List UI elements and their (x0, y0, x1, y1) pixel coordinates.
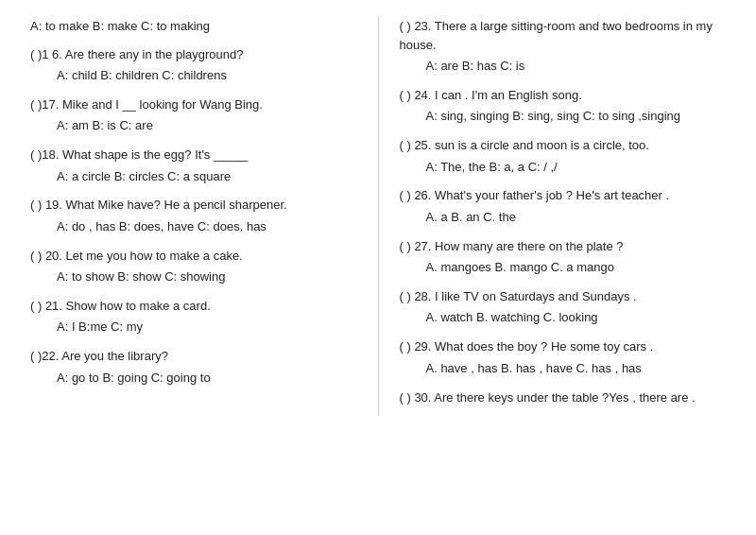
question-options-q17: A: am B: is C: are (30, 116, 357, 136)
question-text-q19: ( ) 19. What Mike have? He a pencil shar… (30, 196, 357, 215)
question-options-q26: A. a B. an C. the (400, 208, 727, 228)
question-options-q25: A: The, the B: a, a C: / ,/ (400, 158, 727, 178)
question-block-q16: ( )1 6. Are there any in the playground?… (30, 45, 357, 86)
question-options-q18: A: a circle B: circles C: a square (30, 167, 357, 187)
question-text-q29: ( ) 29. What does the boy ? He some toy … (400, 337, 727, 356)
question-block-q17: ( )17. Mike and I __ looking for Wang Bi… (30, 95, 357, 136)
question-options-q16: A: child B: children C: childrens (30, 66, 357, 86)
question-block-q0: A: to make B: make C: to making (30, 17, 357, 36)
question-block-q28: ( ) 28. I like TV on Saturdays and Sunda… (400, 287, 727, 328)
column-divider (378, 17, 379, 416)
left-column: A: to make B: make C: to making( )1 6. A… (23, 17, 365, 416)
question-text-q20: ( ) 20. Let me you how to make a cake. (30, 247, 357, 266)
question-text-q23: ( ) 23. There a large sitting-room and t… (400, 17, 727, 54)
question-options-q23: A: are B: has C: is (400, 57, 727, 77)
question-options-q28: A. watch B. watching C. looking (400, 308, 727, 328)
question-block-q29: ( ) 29. What does the boy ? He some toy … (400, 337, 727, 378)
question-text-q27: ( ) 27. How many are there on the plate … (400, 237, 727, 256)
question-text-q21: ( ) 21. Show how to make a card. (30, 297, 357, 316)
question-block-q26: ( ) 26. What's your father's job ? He's … (400, 186, 727, 227)
question-text-q0: A: to make B: make C: to making (30, 17, 357, 36)
question-options-q19: A: do , has B: does, have C: does, has (30, 217, 357, 237)
question-text-q16: ( )1 6. Are there any in the playground? (30, 45, 357, 64)
question-options-q21: A: I B:me C: my (30, 318, 357, 337)
question-text-q30: ( ) 30. Are there keys under the table ?… (400, 388, 727, 407)
question-options-q22: A: go to B: going C: going to (30, 369, 357, 388)
question-text-q18: ( )18. What shape is the egg? It's _____ (30, 146, 357, 164)
question-block-q23: ( ) 23. There a large sitting-room and t… (400, 17, 727, 77)
right-column: ( ) 23. There a large sitting-room and t… (392, 17, 734, 416)
question-options-q20: A: to show B: show C: showing (30, 268, 357, 287)
question-block-q20: ( ) 20. Let me you how to make a cake.A:… (30, 247, 357, 287)
question-options-q24: A: sing, singing B: sing, sing C: to sin… (400, 107, 727, 127)
question-options-q29: A. have , has B. has , have C. has , has (400, 359, 727, 379)
question-block-q22: ( )22. Are you the library?A: go to B: g… (30, 347, 357, 388)
question-text-q24: ( ) 24. I can . I'm an English song. (400, 86, 727, 105)
question-block-q24: ( ) 24. I can . I'm an English song.A: s… (400, 86, 727, 127)
question-block-q30: ( ) 30. Are there keys under the table ?… (400, 388, 727, 407)
question-block-q21: ( ) 21. Show how to make a card.A: I B:m… (30, 297, 357, 337)
question-options-q27: A. mangoes B. mango C. a mango (400, 258, 727, 278)
question-block-q27: ( ) 27. How many are there on the plate … (400, 237, 727, 278)
question-text-q28: ( ) 28. I like TV on Saturdays and Sunda… (400, 287, 727, 306)
question-block-q25: ( ) 25. sun is a circle and moon is a ci… (400, 136, 727, 177)
question-text-q22: ( )22. Are you the library? (30, 347, 357, 366)
question-text-q25: ( ) 25. sun is a circle and moon is a ci… (400, 136, 727, 155)
question-text-q26: ( ) 26. What's your father's job ? He's … (400, 186, 727, 205)
question-block-q18: ( )18. What shape is the egg? It's _____… (30, 146, 357, 186)
question-text-q17: ( )17. Mike and I __ looking for Wang Bi… (30, 95, 357, 114)
question-block-q19: ( ) 19. What Mike have? He a pencil shar… (30, 196, 357, 236)
